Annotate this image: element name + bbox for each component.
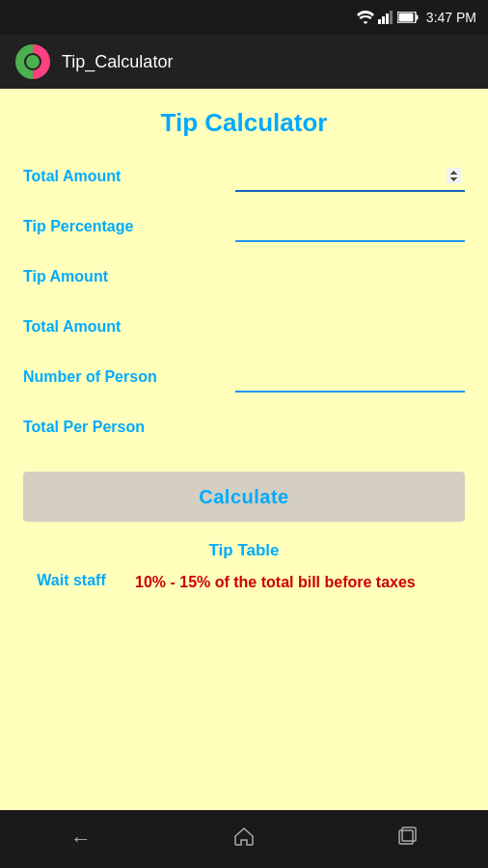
total-per-person-value — [235, 412, 465, 443]
tip-amount-value — [235, 261, 465, 292]
app-bar: Tip_Calculator — [0, 35, 488, 89]
tip-percentage-row: Tip Percentage — [23, 211, 465, 242]
wait-staff-value: 10% - 15% of the total bill before taxes — [135, 572, 416, 593]
status-bar: 3:47 PM — [0, 0, 488, 35]
main-content: Tip Calculator Total Amount Tip Percenta… — [0, 89, 488, 810]
home-button[interactable] — [213, 815, 275, 863]
svg-rect-3 — [390, 11, 393, 24]
tip-table-section: Tip Table Wait staff 10% - 15% of the to… — [23, 541, 465, 593]
app-icon — [15, 44, 50, 79]
status-icons: 3:47 PM — [357, 10, 476, 25]
wifi-icon — [357, 11, 374, 24]
battery-icon — [397, 12, 419, 23]
total-amount-result-value — [235, 312, 465, 342]
tip-percentage-label: Tip Percentage — [23, 218, 226, 235]
total-amount-label: Total Amount — [23, 168, 226, 185]
tip-percentage-input[interactable] — [235, 211, 465, 242]
tip-table-title: Tip Table — [23, 541, 465, 560]
number-of-person-input[interactable] — [235, 362, 465, 393]
status-time: 3:47 PM — [426, 10, 476, 25]
svg-rect-0 — [378, 19, 381, 24]
tip-amount-row: Tip Amount — [23, 261, 465, 292]
total-per-person-row: Total Per Person — [23, 412, 465, 443]
total-amount-row: Total Amount — [23, 161, 465, 192]
total-amount-input[interactable] — [235, 161, 465, 192]
recents-button[interactable] — [377, 816, 437, 862]
signal-icon — [378, 11, 393, 24]
bottom-nav: ← — [0, 810, 488, 868]
svg-rect-7 — [399, 830, 413, 844]
calculate-button[interactable]: Calculate — [23, 472, 465, 522]
svg-rect-5 — [416, 15, 418, 20]
total-amount-result-label: Total Amount — [23, 318, 226, 336]
tip-amount-label: Tip Amount — [23, 268, 226, 285]
number-of-person-row: Number of Person — [23, 362, 465, 393]
page-title: Tip Calculator — [23, 108, 465, 138]
back-button[interactable]: ← — [51, 817, 111, 861]
total-per-person-label: Total Per Person — [23, 419, 226, 436]
wait-staff-label: Wait staff — [23, 572, 120, 589]
tip-table-row: Wait staff 10% - 15% of the total bill b… — [23, 572, 465, 593]
svg-rect-1 — [382, 16, 385, 24]
svg-rect-2 — [386, 14, 389, 24]
total-amount-result-row: Total Amount — [23, 312, 465, 342]
svg-rect-8 — [402, 827, 416, 841]
number-of-person-label: Number of Person — [23, 368, 226, 386]
svg-rect-6 — [398, 14, 413, 22]
app-bar-title: Tip_Calculator — [62, 52, 173, 72]
app-icon-inner — [24, 53, 41, 70]
